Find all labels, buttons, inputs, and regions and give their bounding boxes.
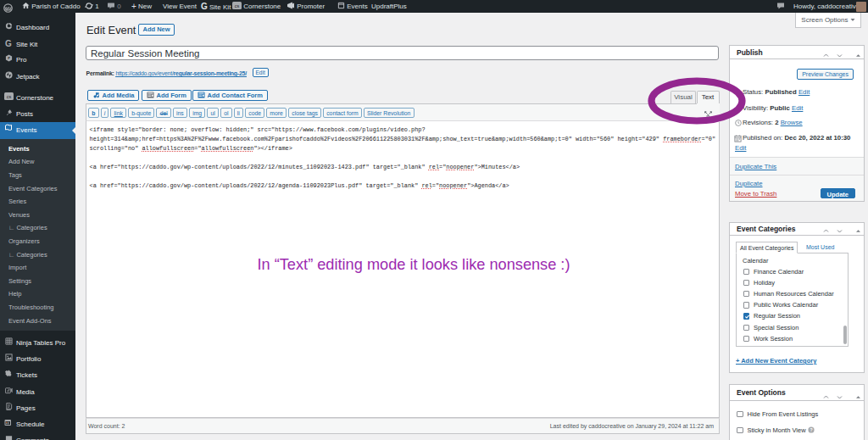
svg-text:P: P bbox=[8, 56, 10, 60]
svg-text:cs: cs bbox=[7, 93, 12, 98]
svg-text:cs: cs bbox=[235, 3, 240, 8]
svg-text:?: ? bbox=[810, 427, 812, 432]
